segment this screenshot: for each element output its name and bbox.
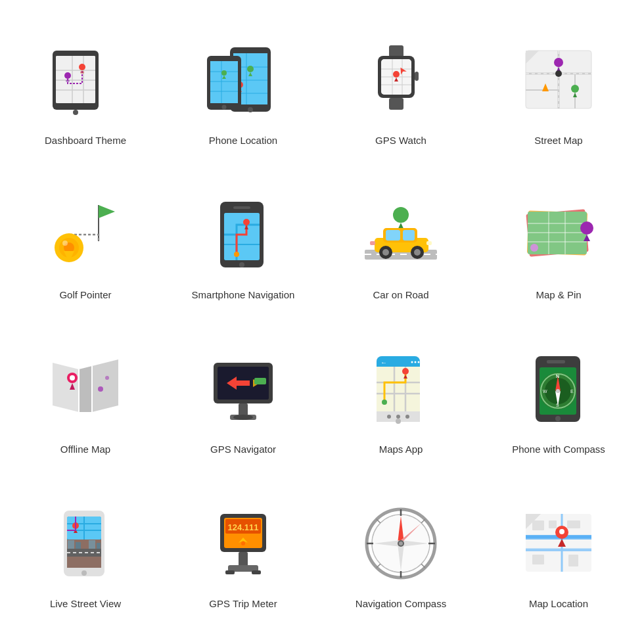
svg-rect-74 (224, 213, 260, 260)
svg-point-113 (105, 376, 109, 380)
svg-point-45 (393, 71, 400, 78)
svg-point-63 (555, 70, 562, 77)
icon-cell-phone-compass[interactable]: N S E W Phone with Compass (480, 322, 637, 476)
icon-live-street-view (39, 497, 131, 589)
svg-rect-209 (526, 548, 591, 551)
svg-point-90 (414, 249, 421, 256)
label-maps-app: Maps App (379, 443, 423, 456)
svg-point-127 (411, 361, 413, 363)
svg-point-24 (248, 107, 253, 112)
svg-rect-169 (76, 542, 81, 549)
icon-cell-gps-watch[interactable]: GPS Watch (322, 13, 480, 168)
svg-point-32 (221, 70, 227, 76)
svg-rect-2 (56, 56, 95, 103)
icon-map-location (513, 497, 605, 589)
svg-rect-181 (239, 552, 248, 566)
svg-point-140 (387, 415, 391, 419)
svg-text:←: ← (380, 359, 387, 366)
svg-point-174 (81, 570, 87, 576)
svg-rect-86 (403, 230, 415, 241)
label-live-street-view: Live Street View (50, 597, 121, 610)
icon-cell-live-street-view[interactable]: Live Street View (7, 476, 164, 631)
label-street-map: Street Map (534, 134, 582, 147)
icon-smartphone-navigation (197, 189, 289, 281)
svg-point-144 (396, 419, 401, 424)
icon-gps-navigator (197, 343, 289, 435)
svg-text:S: S (556, 403, 559, 407)
svg-point-158 (555, 416, 561, 421)
icon-gps-trip-meter: 124.111 (197, 497, 289, 589)
svg-point-137 (382, 400, 387, 405)
svg-text:N: N (556, 374, 559, 379)
icon-cell-offline-map[interactable]: Offline Map (7, 322, 164, 476)
icon-dashboard-theme (39, 34, 131, 126)
svg-point-60 (571, 85, 579, 93)
svg-rect-210 (532, 520, 544, 530)
svg-point-153 (556, 389, 560, 393)
svg-point-78 (239, 262, 244, 267)
icon-offline-map (39, 343, 131, 435)
icon-cell-smartphone-navigation[interactable]: Smartphone Navigation (164, 168, 322, 322)
label-gps-trip-meter: GPS Trip Meter (209, 597, 277, 610)
svg-rect-130 (377, 367, 420, 411)
svg-point-180 (241, 541, 245, 545)
label-dashboard-theme: Dashboard Theme (45, 134, 126, 147)
icon-grid: Dashboard Theme (0, 0, 644, 644)
svg-point-77 (234, 252, 239, 257)
icon-cell-map-pin[interactable]: Map & Pin (480, 168, 637, 322)
svg-rect-27 (210, 61, 238, 103)
icon-golf-pointer (39, 189, 131, 281)
svg-point-122 (233, 415, 253, 420)
svg-point-11 (80, 71, 84, 74)
icon-cell-dashboard-theme[interactable]: Dashboard Theme (7, 13, 164, 168)
svg-point-81 (393, 207, 409, 223)
label-map-location: Map Location (529, 597, 588, 610)
svg-point-112 (98, 386, 103, 392)
icon-cell-gps-navigator[interactable]: GPS Navigator (164, 322, 322, 476)
svg-point-217 (559, 529, 564, 534)
icon-maps-app: ← (355, 343, 447, 435)
label-offline-map: Offline Map (60, 443, 110, 456)
label-map-pin: Map & Pin (536, 288, 581, 302)
icon-phone-location (197, 34, 289, 126)
svg-text:E: E (570, 389, 574, 394)
icon-cell-gps-trip-meter[interactable]: 124.111 GPS Trip Meter (164, 476, 322, 631)
svg-rect-146 (547, 360, 565, 363)
icon-cell-street-map[interactable]: Street Map (480, 13, 637, 168)
svg-rect-212 (567, 520, 580, 528)
svg-rect-91 (426, 241, 432, 245)
label-phone-compass: Phone with Compass (512, 443, 605, 456)
icon-cell-phone-location[interactable]: Phone Location (164, 13, 322, 168)
svg-point-58 (554, 58, 563, 67)
svg-text:W: W (543, 389, 547, 394)
label-gps-navigator: GPS Navigator (210, 443, 276, 456)
icon-cell-navigation-compass[interactable]: Navigation Compass (322, 476, 480, 631)
label-smartphone-navigation: Smartphone Navigation (192, 288, 295, 302)
svg-point-75 (243, 219, 250, 225)
svg-rect-85 (386, 230, 400, 241)
svg-rect-166 (67, 549, 101, 557)
svg-rect-184 (252, 570, 261, 574)
svg-text:124.111: 124.111 (228, 522, 259, 532)
label-golf-pointer: Golf Pointer (59, 288, 111, 302)
svg-rect-168 (68, 540, 74, 549)
svg-marker-65 (99, 205, 115, 218)
svg-point-128 (415, 361, 417, 363)
icon-cell-car-on-road[interactable]: Car on Road (322, 168, 480, 322)
label-phone-location: Phone Location (209, 134, 277, 147)
icon-cell-golf-pointer[interactable]: Golf Pointer (7, 168, 164, 322)
icon-cell-maps-app[interactable]: ← (322, 322, 480, 476)
svg-rect-183 (225, 570, 235, 574)
svg-point-111 (70, 375, 75, 380)
label-car-on-road: Car on Road (373, 288, 428, 302)
svg-rect-170 (89, 540, 95, 549)
svg-point-12 (73, 110, 78, 115)
svg-marker-106 (79, 366, 92, 412)
svg-rect-36 (389, 98, 403, 110)
icon-street-map (513, 34, 605, 126)
svg-point-142 (405, 415, 409, 419)
icon-cell-map-location[interactable]: Map Location (480, 476, 637, 631)
svg-marker-105 (92, 359, 118, 412)
label-gps-watch: GPS Watch (375, 134, 426, 147)
svg-point-34 (222, 104, 227, 109)
